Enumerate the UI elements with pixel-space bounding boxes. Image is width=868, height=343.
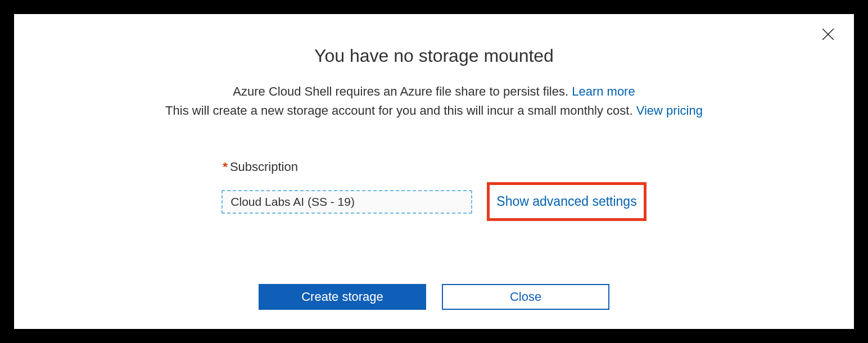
subscription-label-text: Subscription (230, 160, 298, 174)
show-advanced-settings-link[interactable]: Show advanced settings (496, 194, 636, 209)
close-icon[interactable] (820, 26, 836, 42)
learn-more-link[interactable]: Learn more (572, 84, 635, 98)
field-row: Cloud Labs AI (SS - 19) Show advanced se… (221, 182, 646, 221)
desc-text-2: This will create a new storage account f… (165, 103, 636, 118)
close-button[interactable]: Close (442, 284, 609, 310)
advanced-settings-highlight: Show advanced settings (487, 182, 646, 221)
storage-mount-dialog: You have no storage mounted Azure Cloud … (14, 14, 854, 329)
form-inner: *Subscription Cloud Labs AI (SS - 19) Sh… (221, 160, 646, 221)
subscription-select[interactable]: Cloud Labs AI (SS - 19) (221, 190, 472, 214)
required-star-icon: * (223, 160, 228, 174)
button-row: Create storage Close (14, 284, 854, 310)
dialog-title: You have no storage mounted (14, 46, 854, 66)
subscription-label: *Subscription (223, 160, 646, 174)
desc-text-1: Azure Cloud Shell requires an Azure file… (233, 84, 572, 98)
form-area: *Subscription Cloud Labs AI (SS - 19) Sh… (14, 160, 854, 221)
view-pricing-link[interactable]: View pricing (636, 103, 703, 118)
dialog-description: Azure Cloud Shell requires an Azure file… (14, 82, 854, 120)
create-storage-button[interactable]: Create storage (259, 284, 426, 310)
